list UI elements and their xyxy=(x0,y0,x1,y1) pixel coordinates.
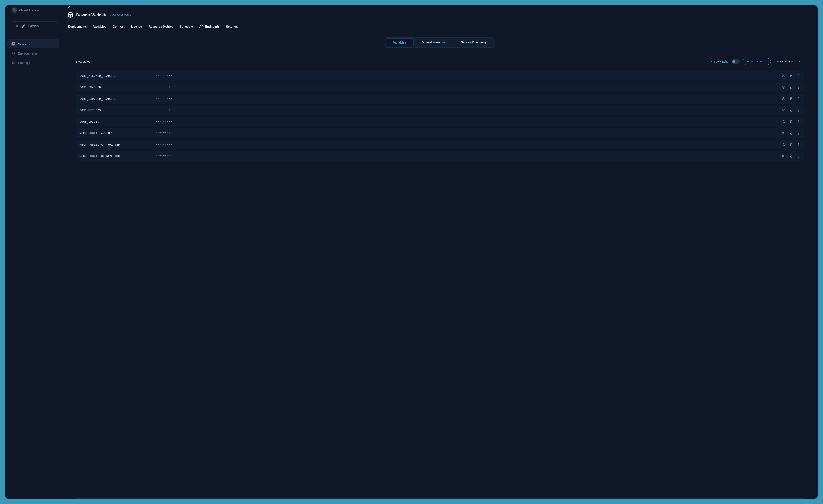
eye-icon[interactable] xyxy=(782,74,786,78)
raw-editor-label: RAW Editor xyxy=(714,60,729,63)
variable-value: ******** xyxy=(156,155,782,158)
svg-point-6 xyxy=(783,75,784,76)
variable-key: CORS_EXPOSED_HEADERS xyxy=(79,97,156,100)
variable-value: ******** xyxy=(156,120,782,123)
copy-icon[interactable] xyxy=(789,154,793,158)
brand-mark-icon xyxy=(12,7,17,13)
svg-point-2 xyxy=(12,52,14,53)
kebab-icon[interactable] xyxy=(796,108,800,112)
eye-icon[interactable] xyxy=(782,120,786,123)
kebab-icon[interactable] xyxy=(796,143,800,147)
eye-icon[interactable] xyxy=(782,143,786,147)
eye-icon[interactable] xyxy=(782,97,786,100)
tab-settings[interactable]: Settings xyxy=(226,23,238,31)
tab-live-log[interactable]: Live log xyxy=(131,23,142,31)
variable-value: ******** xyxy=(156,143,782,146)
app-title: Daweo-Website xyxy=(76,13,108,17)
subtab-shared-variables[interactable]: Shared Variables xyxy=(415,38,453,46)
panel-toolbar: 8 Variables RAW Editor New Variable xyxy=(75,52,805,69)
subtab-service-discovery[interactable]: Service Discovery xyxy=(454,38,494,46)
variable-value: ******** xyxy=(156,132,782,135)
tab-variables[interactable]: Variables xyxy=(93,23,107,31)
chevron-down-icon xyxy=(798,60,801,63)
page-menu-icon[interactable] xyxy=(816,13,818,19)
svg-rect-15 xyxy=(791,121,792,123)
svg-point-3 xyxy=(14,61,14,62)
version-label: Select version xyxy=(777,60,795,63)
rocket-icon: 🚀 xyxy=(21,24,25,28)
variable-row: CORS_METHODS******** xyxy=(75,105,804,115)
copy-icon[interactable] xyxy=(789,85,793,89)
github-icon xyxy=(68,12,73,18)
variable-row: CORS_ORIGIN******** xyxy=(75,117,804,127)
eye-icon[interactable] xyxy=(782,154,786,158)
new-variable-label: New Variable xyxy=(750,60,767,63)
sidebar-item-environments[interactable]: Environments xyxy=(7,49,59,58)
brand-logo: CloudStation xyxy=(5,7,61,16)
variable-actions xyxy=(782,143,800,147)
main-tabs: DeploymentsVariablesConnectLive logResou… xyxy=(68,23,812,31)
tab-connect[interactable]: Connect xyxy=(113,23,125,31)
expand-icon[interactable] xyxy=(67,6,70,9)
svg-point-5 xyxy=(14,63,14,64)
toggle-switch[interactable] xyxy=(732,59,740,64)
kebab-icon[interactable] xyxy=(796,74,800,78)
svg-rect-17 xyxy=(791,133,792,135)
sidebar-item-label: Environments xyxy=(18,52,38,55)
tab-deployments[interactable]: Deployments xyxy=(68,23,87,31)
variable-value: ******** xyxy=(156,97,782,100)
tab-schedule[interactable]: Schedule xyxy=(180,23,193,31)
sidebar: CloudStation P 🚀 Daweo ServicesEnvironme… xyxy=(5,5,62,499)
sidebar-item-settings[interactable]: Settings xyxy=(7,58,59,67)
variable-actions xyxy=(782,85,800,89)
copy-icon[interactable] xyxy=(789,131,793,135)
project-name: Daweo xyxy=(28,24,39,28)
project-letter: P xyxy=(15,24,19,28)
eye-icon[interactable] xyxy=(782,85,786,89)
toolbar-right: RAW Editor New Variable Select version xyxy=(708,58,804,65)
sidebar-nav: ServicesEnvironmentsSettings xyxy=(5,39,61,67)
eye-icon[interactable] xyxy=(782,131,786,135)
raw-editor-toggle[interactable]: RAW Editor xyxy=(708,59,740,64)
variable-actions xyxy=(782,97,800,100)
plus-icon xyxy=(746,60,749,63)
copy-icon[interactable] xyxy=(789,143,793,147)
copy-icon[interactable] xyxy=(789,120,793,123)
variable-key: CORS_ALLOWED_HEADERS xyxy=(79,74,156,77)
environments-icon xyxy=(11,51,15,55)
svg-point-20 xyxy=(783,156,784,157)
svg-rect-11 xyxy=(791,98,792,100)
variable-value: ******** xyxy=(156,74,782,77)
header: Daweo-Website Application Active Deploym… xyxy=(62,5,818,31)
variable-row: NEXT_PUBLIC_BACKEND_URL******** xyxy=(75,151,804,161)
kebab-icon[interactable] xyxy=(796,154,800,158)
new-variable-button[interactable]: New Variable xyxy=(743,58,771,65)
svg-rect-19 xyxy=(791,144,792,146)
copy-icon[interactable] xyxy=(789,74,793,78)
svg-point-14 xyxy=(783,121,784,122)
svg-point-1 xyxy=(12,43,13,44)
svg-rect-13 xyxy=(791,110,792,111)
variable-list: CORS_ALLOWED_HEADERS********CORS_ENABLED… xyxy=(75,71,805,167)
tab-api-endpoints[interactable]: API Endpoints xyxy=(199,23,220,31)
tab-resource-metrics[interactable]: Resource Metrics xyxy=(149,23,173,31)
variable-value: ******** xyxy=(156,109,782,112)
svg-rect-21 xyxy=(791,156,792,157)
subtab-variables[interactable]: Variables xyxy=(386,38,414,46)
variable-key: NEXT_PUBLIC_BACKEND_URL xyxy=(79,154,156,158)
svg-rect-9 xyxy=(791,87,792,88)
variable-row: CORS_ENABLED******** xyxy=(75,82,804,92)
copy-icon[interactable] xyxy=(789,108,793,112)
eye-icon[interactable] xyxy=(782,108,786,112)
copy-icon[interactable] xyxy=(789,97,793,100)
project-selector[interactable]: P 🚀 Daweo xyxy=(12,21,58,31)
kebab-icon[interactable] xyxy=(796,131,800,135)
version-select[interactable]: Select version xyxy=(774,58,804,65)
brand-name: CloudStation xyxy=(19,8,39,12)
kebab-icon[interactable] xyxy=(796,85,800,89)
kebab-icon[interactable] xyxy=(796,120,800,123)
sidebar-divider xyxy=(5,35,61,35)
settings-icon xyxy=(11,61,15,64)
kebab-icon[interactable] xyxy=(796,97,800,100)
sidebar-item-services[interactable]: Services xyxy=(7,39,59,48)
